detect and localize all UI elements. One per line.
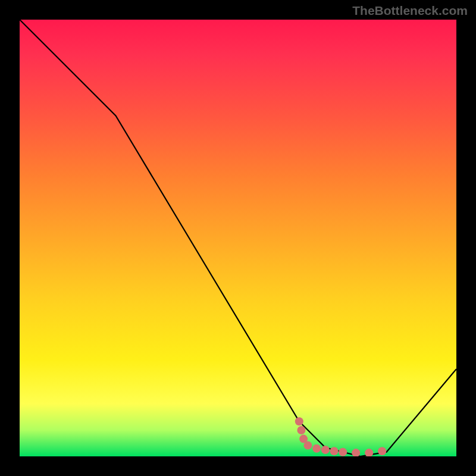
watermark-text: TheBottleneck.com bbox=[352, 4, 468, 18]
chart-gradient-background bbox=[20, 20, 456, 456]
